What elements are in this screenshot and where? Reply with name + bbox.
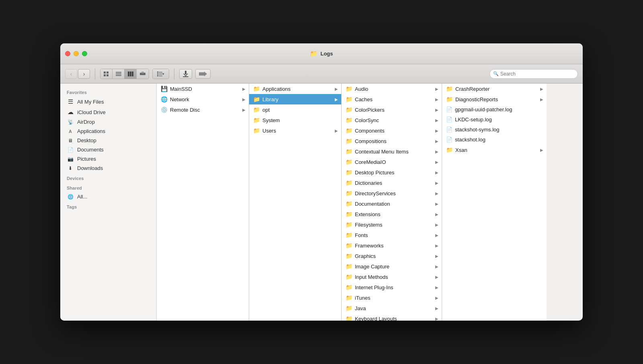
sidebar-item-desktop[interactable]: 🖥 Desktop: [60, 136, 156, 145]
col-arrow: ▶: [435, 285, 438, 290]
all-my-files-icon: ☰: [67, 98, 74, 105]
col-item-directoryservices[interactable]: 📁 DirectoryServices ▶: [342, 188, 442, 198]
col-arrow: ▶: [435, 118, 438, 123]
search-input[interactable]: [500, 71, 574, 77]
col-item-colorpickers[interactable]: 📁 ColorPickers ▶: [342, 104, 442, 115]
svg-rect-8: [130, 72, 131, 76]
col-item-label: stackshot.log: [455, 137, 543, 143]
view-cover-button[interactable]: [137, 69, 149, 79]
col-item-stackshot-syms[interactable]: 📄 stackshot-syms.log: [442, 125, 547, 135]
svg-rect-20: [199, 72, 205, 76]
col-arrow: ▶: [540, 97, 543, 102]
col-item-library[interactable]: 📁 Library ▶: [249, 94, 341, 104]
action-button[interactable]: [179, 69, 192, 79]
close-button[interactable]: [65, 51, 70, 56]
col-item-coremediaio[interactable]: 📁 CoreMediaIO ▶: [342, 157, 442, 167]
col-item-input-methods[interactable]: 📁 Input Methods ▶: [342, 272, 442, 282]
col-item-lkdc-setup[interactable]: 📄 LKDC-setup.log: [442, 115, 547, 125]
folder-icon: 📁: [346, 180, 352, 186]
col-item-itunes[interactable]: 📁 iTunes ▶: [342, 292, 442, 303]
col-item-label: Fonts: [355, 232, 433, 238]
col-item-frameworks[interactable]: 📁 Frameworks ▶: [342, 240, 442, 251]
disc-icon: 💿: [161, 106, 168, 113]
file-icon: 📄: [446, 137, 453, 143]
col-item-fonts[interactable]: 📁 Fonts ▶: [342, 230, 442, 240]
col-item-opt[interactable]: 📁 opt: [249, 104, 341, 115]
sidebar-item-airdrop[interactable]: 📡 AirDrop: [60, 117, 156, 127]
col-item-label: Internet Plug-Ins: [355, 284, 433, 290]
col-arrow: ▶: [435, 87, 438, 91]
sidebar-item-label: AirDrop: [77, 119, 95, 125]
folder-icon: 📁: [346, 117, 352, 123]
folder-icon: 📁: [346, 274, 352, 280]
col-item-keyboard-layouts[interactable]: 📁 Keyboard Layouts ▶: [342, 313, 442, 321]
shared-icon: 🌐: [67, 194, 74, 200]
svg-rect-3: [106, 74, 109, 76]
col-item-audio[interactable]: 📁 Audio ▶: [342, 84, 442, 94]
col-item-extensions[interactable]: 📁 Extensions ▶: [342, 209, 442, 219]
col-item-documentation[interactable]: 📁 Documentation ▶: [342, 198, 442, 209]
col-item-crashreporter[interactable]: 📁 CrashReporter ▶: [442, 84, 547, 94]
svg-rect-7: [128, 72, 129, 76]
col-item-contextual-menu-items[interactable]: 📁 Contextual Menu Items ▶: [342, 146, 442, 157]
view-column-button[interactable]: [125, 69, 137, 79]
col-item-applications[interactable]: 📁 Applications ▶: [249, 84, 341, 94]
search-icon: 🔍: [493, 71, 499, 76]
col-item-graphics[interactable]: 📁 Graphics ▶: [342, 251, 442, 261]
toolbar: ‹ › ▾: [60, 64, 583, 84]
minimize-button[interactable]: [74, 51, 79, 56]
sidebar-item-icloud-drive[interactable]: ☁ iCloud Drive: [60, 107, 156, 117]
sidebar-item-all-shared[interactable]: 🌐 All...: [60, 192, 156, 201]
col-arrow: ▶: [435, 108, 438, 112]
forward-button[interactable]: ›: [78, 69, 90, 79]
back-button[interactable]: ‹: [65, 69, 77, 79]
sidebar-item-downloads[interactable]: ⬇ Downloads: [60, 164, 156, 173]
col-item-stackshot[interactable]: 📄 stackshot.log: [442, 135, 547, 145]
favorites-label: Favorites: [60, 87, 156, 96]
sidebar-item-documents[interactable]: 📄 Documents: [60, 145, 156, 154]
sidebar-item-applications[interactable]: A Applications: [60, 127, 156, 136]
folder-icon: 📁: [346, 159, 352, 165]
col-item-filesystems[interactable]: 📁 Filesystems ▶: [342, 219, 442, 230]
sidebar-item-label: iCloud Drive: [77, 109, 106, 115]
label-button[interactable]: [195, 69, 211, 79]
svg-rect-4: [116, 72, 121, 73]
col-item-users[interactable]: 📁 Users ▶: [249, 125, 341, 136]
sidebar-item-label: Applications: [77, 128, 105, 134]
col-arrow: ▶: [335, 97, 338, 102]
view-list-button[interactable]: [113, 69, 125, 79]
col-item-dictionaries[interactable]: 📁 Dictionaries ▶: [342, 178, 442, 188]
col-item-desktop-pictures[interactable]: 📁 Desktop Pictures ▶: [342, 167, 442, 178]
col-item-gpgmail-uuid-patcher[interactable]: 📄 gpgmail-uuid-patcher.log: [442, 104, 547, 115]
col-item-network[interactable]: 🌐 Network ▶: [157, 94, 249, 104]
col-item-xsan[interactable]: 📁 Xsan ▶: [442, 145, 547, 155]
col-item-caches[interactable]: 📁 Caches ▶: [342, 94, 442, 104]
arrange-button[interactable]: ▾: [153, 69, 169, 79]
col-item-internet-plug-ins[interactable]: 📁 Internet Plug-Ins ▶: [342, 282, 442, 292]
svg-rect-0: [104, 72, 106, 74]
col-item-compositions[interactable]: 📁 Compositions ▶: [342, 136, 442, 146]
col-item-image-capture[interactable]: 📁 Image Capture ▶: [342, 261, 442, 272]
col-item-remote-disc[interactable]: 💿 Remote Disc ▶: [157, 104, 249, 115]
col-item-java[interactable]: 📁 Java ▶: [342, 303, 442, 313]
col-item-label: Documentation: [355, 201, 433, 207]
maximize-button[interactable]: [82, 51, 87, 56]
separator-2: [174, 68, 174, 80]
col-item-diagnosticreports[interactable]: 📁 DiagnosticReports ▶: [442, 94, 547, 104]
search-bar[interactable]: 🔍: [489, 69, 578, 79]
col-item-label: Extensions: [355, 211, 433, 217]
col-item-components[interactable]: 📁 Components ▶: [342, 125, 442, 136]
folder-icon: 📁: [446, 96, 453, 102]
sidebar-item-pictures[interactable]: 📷 Pictures: [60, 154, 156, 164]
col-item-colorsync[interactable]: 📁 ColorSync ▶: [342, 115, 442, 125]
folder-icon: 📁: [446, 86, 453, 92]
svg-rect-11: [141, 72, 144, 74]
sidebar-item-all-my-files[interactable]: ☰ All My Files: [60, 96, 156, 107]
col-item-system[interactable]: 📁 System: [249, 115, 341, 125]
col-item-mainssd[interactable]: 💾 MainSSD ▶: [157, 84, 249, 94]
view-icon-button[interactable]: [100, 69, 113, 79]
forward-icon: ›: [83, 71, 85, 77]
svg-rect-12: [157, 72, 158, 73]
col-item-label: Applications: [262, 86, 332, 92]
drive-icon: 💾: [161, 86, 168, 92]
